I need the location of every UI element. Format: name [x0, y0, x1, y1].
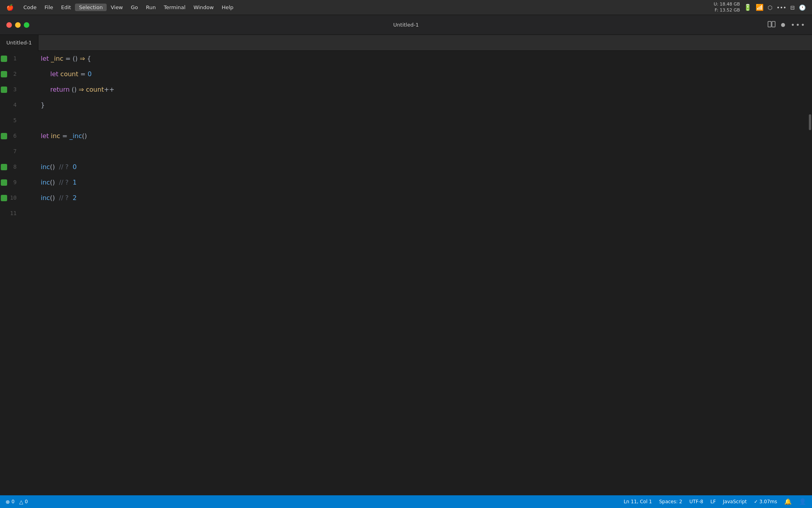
breakpoint-1 — [1, 56, 7, 62]
menu-edit[interactable]: Edit — [57, 4, 75, 11]
notifications-icon[interactable]: 🔔 — [784, 498, 792, 505]
titlebar: Untitled-1 ••• — [0, 15, 812, 35]
menu-terminal[interactable]: Terminal — [160, 4, 190, 11]
menu-clock-icon: 🕐 — [799, 4, 806, 11]
menu-help[interactable]: Help — [218, 4, 237, 11]
split-editor-icon[interactable] — [768, 21, 776, 29]
code-line-10: 10 inc() // ? 2 — [0, 190, 806, 206]
close-button[interactable] — [6, 22, 12, 28]
line-number-7: 7 — [8, 144, 25, 159]
line-number-6: 6 — [8, 128, 25, 144]
language-mode[interactable]: JavaScript — [723, 499, 747, 504]
system-icons: 🔋 📶 ⬡ ••• ⊟ 🕐 — [744, 4, 806, 11]
wifi-icon: 📶 — [756, 4, 764, 11]
maximize-button[interactable] — [24, 22, 29, 28]
feedback-icon[interactable]: 👤 — [799, 498, 806, 505]
line-number-2: 2 — [8, 66, 25, 82]
menu-view[interactable]: View — [107, 4, 127, 11]
warning-icon: △ — [19, 499, 23, 505]
line-number-3: 3 — [8, 82, 25, 97]
line-number-4: 4 — [8, 97, 25, 113]
titlebar-actions: ••• — [768, 21, 806, 29]
line-number-1: 1 — [8, 51, 25, 66]
line-number-11: 11 — [8, 206, 25, 221]
code-line-6: 6 let inc = _inc() — [0, 128, 806, 144]
code-line-8: 8 inc() // ? 0 — [0, 159, 806, 175]
error-icon: ⊗ — [6, 499, 10, 505]
menu-selection[interactable]: Selection — [75, 4, 107, 11]
code-line-5: 5 — [0, 113, 806, 128]
menubar-system-info: U: 18.48 GB F: 13.52 GB 🔋 📶 ⬡ ••• ⊟ 🕐 — [714, 2, 806, 13]
cursor-position[interactable]: Ln 11, Col 1 — [624, 499, 652, 504]
menubar: 🍎 Code File Edit Selection View Go Run T… — [0, 0, 812, 15]
breakpoint-3 — [1, 87, 7, 93]
breakpoint-9 — [1, 179, 7, 186]
window-controls — [6, 22, 29, 28]
code-line-4: 4 } — [0, 97, 806, 113]
warning-number: 0 — [25, 499, 28, 504]
line-number-9: 9 — [8, 175, 25, 190]
statusbar-left: ⊗ 0 △ 0 — [6, 499, 28, 505]
battery-icon: 🔋 — [744, 4, 752, 11]
statusbar: ⊗ 0 △ 0 Ln 11, Col 1 Spaces: 2 UTF-8 LF … — [0, 495, 812, 508]
minimize-button[interactable] — [15, 22, 21, 28]
menu-window[interactable]: Window — [190, 4, 218, 11]
unsaved-indicator — [781, 23, 785, 27]
apple-menu[interactable]: 🍎 — [6, 4, 14, 11]
menu-code[interactable]: Code — [19, 4, 40, 11]
menu-extra-icon2: ••• — [776, 4, 786, 11]
editor-scrollbar[interactable] — [806, 51, 812, 495]
line-number-8: 8 — [8, 159, 25, 175]
timing: ✓ 3.07ms — [754, 499, 777, 504]
error-number: 0 — [11, 499, 15, 504]
code-line-9: 9 inc() // ? 1 — [0, 175, 806, 190]
tabbar: Untitled-1 — [0, 35, 812, 51]
more-options-icon[interactable]: ••• — [791, 21, 806, 29]
error-count[interactable]: ⊗ 0 △ 0 — [6, 499, 28, 505]
code-line-3: 3 return () ⇒ count++ — [0, 82, 806, 97]
statusbar-right: Ln 11, Col 1 Spaces: 2 UTF-8 LF JavaScri… — [624, 498, 806, 505]
code-line-7: 7 — [0, 144, 806, 159]
eol[interactable]: LF — [710, 499, 716, 504]
memory-usage: U: 18.48 GB F: 13.52 GB — [714, 2, 740, 13]
svg-rect-1 — [772, 21, 775, 27]
scrollbar-thumb[interactable] — [809, 114, 811, 130]
window-title: Untitled-1 — [393, 22, 419, 28]
code-line-1: 1 let _inc = () ⇒ { — [0, 51, 806, 66]
menu-file[interactable]: File — [40, 4, 57, 11]
svg-rect-0 — [768, 21, 771, 27]
menu-go[interactable]: Go — [127, 4, 142, 11]
indentation[interactable]: Spaces: 2 — [659, 499, 682, 504]
breakpoint-10 — [1, 195, 7, 201]
breakpoint-6 — [1, 133, 7, 139]
line-number-10: 10 — [8, 190, 25, 206]
line-number-5: 5 — [8, 113, 25, 128]
code-line-11: 11 — [0, 206, 806, 221]
menu-extra-icon1: ⬡ — [768, 4, 772, 11]
encoding[interactable]: UTF-8 — [689, 499, 703, 504]
menu-extra-icon3: ⊟ — [790, 4, 795, 11]
tab-label: Untitled-1 — [6, 40, 32, 46]
breakpoint-2 — [1, 71, 7, 77]
breakpoint-8 — [1, 164, 7, 170]
code-line-2: 2 let count = 0 — [0, 66, 806, 82]
tab-untitled[interactable]: Untitled-1 — [0, 35, 38, 51]
editor[interactable]: 1 let _inc = () ⇒ { 2 let count = 0 3 re… — [0, 51, 812, 495]
menu-run[interactable]: Run — [142, 4, 160, 11]
